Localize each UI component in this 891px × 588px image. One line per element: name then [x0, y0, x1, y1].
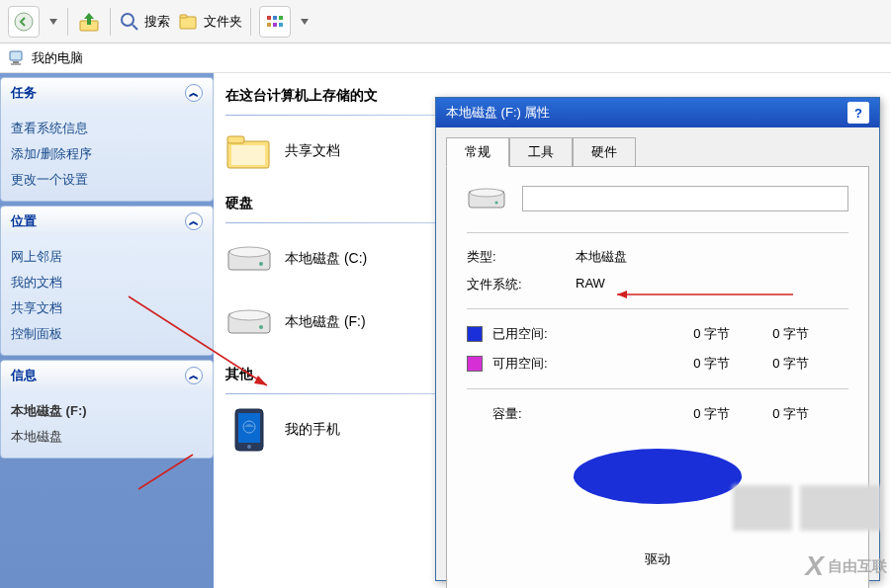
svg-rect-10 — [273, 23, 277, 27]
svg-line-3 — [133, 25, 137, 30]
fs-value: RAW — [576, 276, 848, 294]
tab-tools[interactable]: 工具 — [509, 137, 573, 166]
collapse-icon[interactable]: ︽ — [185, 84, 203, 102]
svg-point-30 — [495, 202, 498, 205]
up-button[interactable] — [76, 9, 102, 35]
svg-rect-14 — [11, 63, 21, 65]
sidebar: 任务 ︽ 查看系统信息 添加/删除程序 更改一个设置 位置 ︽ 网上邻居 我的文… — [0, 73, 214, 588]
sidebar-item-drive-type: 本地磁盘 — [11, 424, 203, 450]
svg-rect-6 — [267, 16, 271, 20]
collapse-icon[interactable]: ︽ — [185, 212, 203, 230]
panel-tasks: 任务 ︽ 查看系统信息 添加/删除程序 更改一个设置 — [0, 77, 214, 202]
free-label: 可用空间: — [492, 355, 611, 373]
free-swatch — [467, 356, 483, 372]
views-dropdown[interactable] — [299, 6, 311, 38]
used-bytes2: 0 字节 — [730, 325, 809, 343]
folders-label: 文件夹 — [204, 13, 242, 31]
back-button[interactable] — [8, 6, 40, 38]
svg-point-19 — [229, 247, 269, 257]
svg-point-0 — [15, 13, 33, 31]
panel-places-header[interactable]: 位置 ︽ — [1, 207, 213, 236]
sidebar-item-shareddocs[interactable]: 共享文档 — [11, 295, 203, 321]
sidebar-item-network[interactable]: 网上邻居 — [11, 244, 203, 270]
drive-icon — [225, 239, 273, 279]
back-dropdown[interactable] — [47, 6, 59, 38]
item-label: 我的手机 — [285, 421, 340, 439]
capacity-bytes: 0 字节 — [611, 405, 730, 423]
views-button[interactable] — [259, 6, 291, 38]
tabs: 常规 工具 硬件 — [436, 127, 879, 166]
dialog-titlebar[interactable]: 本地磁盘 (F:) 属性 ? — [436, 98, 879, 127]
capacity-label: 容量: — [492, 405, 611, 423]
toolbar: 搜索 文件夹 — [0, 0, 891, 43]
item-label: 本地磁盘 (C:) — [285, 250, 367, 268]
window-title: 我的电脑 — [32, 49, 83, 67]
svg-rect-13 — [13, 61, 19, 63]
collapse-icon[interactable]: ︽ — [185, 367, 203, 384]
drive-icon — [225, 302, 273, 342]
panel-title: 任务 — [11, 84, 37, 102]
watermark-text: 自由互联 — [828, 557, 887, 576]
used-swatch — [467, 326, 483, 342]
watermark-icon: X — [805, 550, 824, 582]
type-value: 本地磁盘 — [576, 248, 848, 266]
window-title-row: 我的电脑 — [0, 43, 891, 73]
panel-details-header[interactable]: 信息 ︽ — [1, 361, 213, 390]
svg-rect-12 — [10, 51, 22, 60]
help-button[interactable]: ? — [847, 102, 869, 124]
sidebar-item-mydocs[interactable]: 我的文档 — [11, 270, 203, 295]
item-label: 本地磁盘 (F:) — [285, 313, 366, 331]
svg-rect-7 — [273, 16, 277, 20]
svg-rect-4 — [180, 17, 196, 29]
panel-tasks-header[interactable]: 任务 ︽ — [1, 78, 213, 108]
sidebar-item-changesetting[interactable]: 更改一个设置 — [11, 167, 203, 193]
svg-rect-9 — [267, 23, 271, 27]
svg-rect-5 — [180, 15, 187, 18]
folders-button[interactable]: 文件夹 — [178, 11, 242, 33]
tab-general[interactable]: 常规 — [446, 137, 509, 167]
drive-letter-label: 驱动 — [645, 550, 670, 568]
svg-point-26 — [247, 445, 251, 449]
panel-places: 位置 ︽ 网上邻居 我的文档 共享文档 控制面板 — [0, 206, 214, 356]
capacity-bytes2: 0 字节 — [730, 405, 809, 423]
search-button[interactable]: 搜索 — [119, 11, 170, 33]
panel-details: 信息 ︽ 本地磁盘 (F:) 本地磁盘 — [0, 360, 214, 459]
svg-point-29 — [470, 189, 503, 197]
svg-rect-16 — [227, 136, 244, 143]
svg-rect-8 — [279, 16, 283, 20]
search-label: 搜索 — [144, 13, 170, 31]
type-label: 类型: — [467, 248, 576, 266]
used-label: 已用空间: — [492, 325, 611, 343]
sidebar-item-sysinfo[interactable]: 查看系统信息 — [11, 116, 203, 141]
dialog-title: 本地磁盘 (F:) 属性 — [446, 104, 550, 122]
computer-icon — [8, 49, 26, 67]
free-bytes2: 0 字节 — [730, 355, 809, 373]
sidebar-item-drive-f: 本地磁盘 (F:) — [11, 398, 203, 424]
pie-chart — [574, 449, 742, 518]
panel-title: 位置 — [11, 212, 37, 230]
free-bytes: 0 字节 — [611, 355, 730, 373]
used-bytes: 0 字节 — [611, 325, 730, 343]
folder-icon — [225, 131, 273, 171]
drive-label-input[interactable] — [522, 186, 848, 211]
svg-point-2 — [122, 14, 134, 26]
tab-hardware[interactable]: 硬件 — [573, 137, 636, 166]
svg-rect-25 — [238, 413, 260, 443]
svg-rect-11 — [279, 23, 283, 27]
sidebar-item-controlpanel[interactable]: 控制面板 — [11, 321, 203, 347]
watermark: X 自由互联 — [805, 550, 887, 582]
svg-point-23 — [259, 325, 263, 329]
sidebar-item-addremove[interactable]: 添加/删除程序 — [11, 141, 203, 167]
panel-title: 信息 — [11, 367, 37, 384]
svg-rect-17 — [231, 145, 265, 165]
fs-label: 文件系统: — [467, 276, 576, 294]
svg-point-22 — [229, 310, 269, 320]
phone-icon — [225, 410, 273, 450]
svg-point-20 — [259, 262, 263, 266]
item-label: 共享文档 — [285, 142, 340, 160]
drive-icon — [467, 185, 506, 212]
